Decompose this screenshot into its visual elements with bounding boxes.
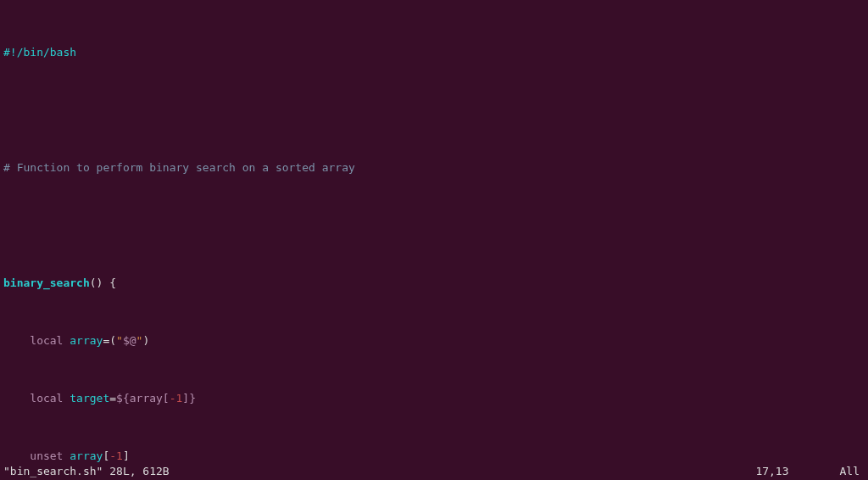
code-line: [3, 218, 868, 232]
code-line: local target=${array[-1]}: [3, 391, 868, 405]
status-scroll-percent: All: [840, 464, 865, 478]
code-line: # Function to perform binary search on a…: [3, 160, 868, 175]
code-line: #!/bin/bash: [3, 45, 868, 59]
code-line: local array=("$@"): [3, 333, 868, 348]
code-area[interactable]: #!/bin/bash # Function to perform binary…: [0, 2, 868, 480]
function-name: binary_search: [3, 276, 90, 289]
status-file-info: "bin_search.sh" 28L, 612B: [3, 464, 170, 478]
comment: # Function to perform binary search on a…: [3, 161, 355, 174]
status-cursor-position: 17,13: [755, 464, 839, 478]
vim-status-bar: "bin_search.sh" 28L, 612B 17,13 All: [0, 464, 868, 478]
code-line: [3, 103, 868, 117]
code-line: binary_search() {: [3, 276, 868, 290]
shebang: #!/bin/bash: [3, 46, 76, 59]
code-line: unset array[-1]: [3, 449, 868, 463]
vim-editor[interactable]: #!/bin/bash # Function to perform binary…: [0, 0, 868, 480]
